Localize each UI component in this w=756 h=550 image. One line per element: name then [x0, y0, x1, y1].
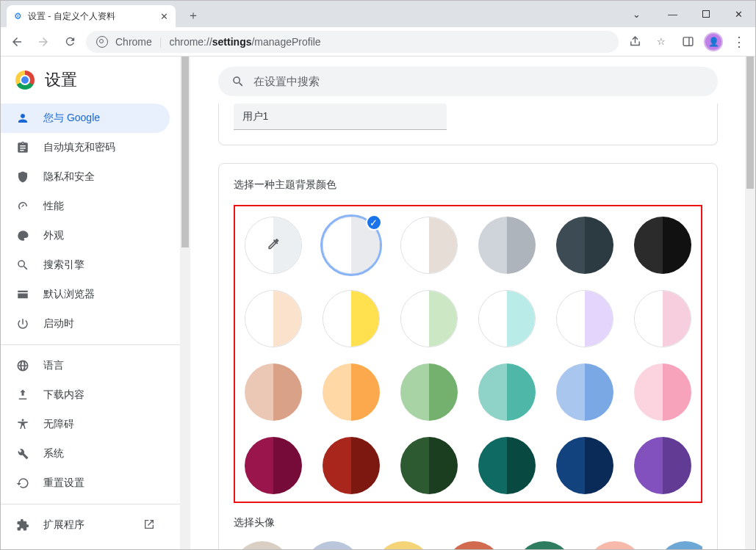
theme-swatch-forest[interactable] [400, 437, 458, 494]
eyedropper-icon [266, 237, 281, 254]
sidebar-scrollbar[interactable] [180, 57, 190, 549]
avatar-option-4[interactable] [516, 541, 573, 549]
theme-swatch-purple[interactable] [634, 437, 691, 494]
open-icon [143, 518, 155, 532]
menu-button[interactable]: ⋮ [729, 32, 749, 52]
theme-swatch-peach[interactable] [245, 290, 302, 347]
search-icon [15, 258, 30, 272]
theme-swatch-slate[interactable] [556, 217, 613, 274]
sidebar-item-performance[interactable]: 性能 [1, 192, 170, 221]
sidebar-item-downloads[interactable]: 下载内容 [1, 380, 170, 410]
main-content: 在设置中搜索 选择一种主题背景颜色 ✓ 选择头像 [190, 57, 745, 549]
profile-avatar-button[interactable]: 👤 [704, 32, 723, 51]
theme-section-label: 选择一种主题背景颜色 [234, 178, 702, 192]
sidebar-item-appearance[interactable]: 外观 [1, 221, 170, 250]
sidebar-item-label: 自动填充和密码 [43, 141, 115, 154]
tab-overflow-button[interactable]: ⌄ [620, 3, 653, 25]
url-text: chrome://settings/manageProfile [169, 36, 320, 48]
url-label: Chrome [115, 36, 152, 48]
close-window-button[interactable]: ✕ [722, 3, 755, 25]
toolbar: Chrome | chrome://settings/manageProfile… [1, 27, 755, 57]
sidebar-item-label: 启动时 [43, 317, 74, 330]
sidebar-item-autofill[interactable]: 自动填充和密码 [1, 133, 170, 162]
wrench-icon [15, 447, 30, 460]
sidebar-item-default[interactable]: 默认浏览器 [1, 280, 170, 309]
reload-button[interactable] [60, 32, 80, 52]
browser-tab[interactable]: ⚙ 设置 - 自定义个人资料 ✕ [7, 5, 176, 27]
sidebar-item-label: 您与 Google [43, 112, 100, 125]
sidebar-item-search[interactable]: 搜索引擎 [1, 250, 170, 280]
page-title: 设置 [45, 69, 77, 91]
settings-search[interactable]: 在设置中搜索 [218, 67, 718, 96]
search-icon [231, 75, 245, 88]
palette-icon [15, 229, 30, 242]
back-button[interactable] [7, 32, 27, 52]
new-tab-button[interactable]: ＋ [183, 5, 204, 26]
theme-swatch-black[interactable] [634, 217, 691, 274]
sidebar-item-languages[interactable]: 语言 [1, 351, 170, 380]
theme-swatch-warm-grey[interactable] [400, 217, 458, 274]
theme-swatch-red[interactable] [323, 437, 380, 494]
assignment-icon [15, 141, 30, 154]
sidebar-item-label: 默认浏览器 [43, 288, 95, 301]
share-icon[interactable] [624, 32, 645, 52]
sidebar-item-reset[interactable]: 重置设置 [1, 468, 170, 498]
sidebar-item-label: 重置设置 [43, 477, 84, 490]
theme-swatch-pink[interactable] [634, 290, 691, 347]
theme-swatch-deep-teal[interactable] [478, 437, 536, 494]
minimize-button[interactable]: — [656, 3, 689, 25]
power-icon [15, 317, 30, 330]
avatar-option-6[interactable] [657, 541, 702, 549]
sidebar-item-label: 性能 [43, 200, 64, 213]
theme-swatch-custom[interactable] [245, 217, 302, 274]
search-placeholder: 在设置中搜索 [253, 75, 320, 89]
forward-button[interactable] [33, 32, 54, 52]
sidebar-item-label: 隐私和安全 [43, 170, 95, 184]
sidebar: 设置 您与 Google自动填充和密码隐私和安全性能外观搜索引擎默认浏览器启动时… [1, 57, 180, 549]
theme-swatch-yellow[interactable] [323, 290, 380, 347]
settings-header: 设置 [1, 57, 180, 104]
theme-swatch-terracotta[interactable] [245, 363, 302, 421]
theme-swatch-navy[interactable] [556, 437, 613, 494]
theme-swatch-rose[interactable] [634, 363, 691, 421]
person-icon [15, 112, 30, 125]
browser-icon [15, 288, 30, 301]
sidebar-item-system[interactable]: 系统 [1, 439, 170, 468]
side-panel-icon[interactable] [677, 32, 698, 52]
sidebar-item-label: 外观 [43, 229, 64, 242]
theme-swatch-blue[interactable] [556, 363, 613, 421]
sidebar-item-startup[interactable]: 启动时 [1, 309, 170, 339]
sidebar-item-label: 扩展程序 [43, 518, 84, 532]
avatar-option-2[interactable] [375, 541, 432, 549]
sidebar-item-accessibility[interactable]: 无障碍 [1, 410, 170, 439]
theme-swatch-wine[interactable] [245, 437, 302, 494]
avatar-option-5[interactable] [586, 541, 644, 549]
restore-icon [15, 477, 30, 490]
theme-swatch-cool-grey[interactable] [478, 217, 536, 274]
sidebar-item-privacy[interactable]: 隐私和安全 [1, 162, 170, 192]
theme-swatch-green[interactable] [400, 363, 458, 421]
profile-name-input[interactable] [234, 104, 447, 130]
download-icon [15, 388, 30, 402]
address-bar[interactable]: Chrome | chrome://settings/manageProfile [86, 31, 619, 53]
avatar-option-0[interactable] [234, 541, 291, 549]
bookmark-icon[interactable]: ☆ [651, 32, 672, 52]
maximize-button[interactable] [689, 3, 722, 25]
sidebar-item-you-and-google[interactable]: 您与 Google [1, 104, 170, 133]
svg-rect-0 [683, 37, 693, 46]
theme-swatch-cyan[interactable] [478, 290, 536, 347]
theme-swatch-orange[interactable] [323, 363, 380, 421]
theme-swatch-lilac[interactable] [556, 290, 613, 347]
theme-color-grid: ✓ [242, 217, 694, 494]
sidebar-item-extensions[interactable]: 扩展程序 [1, 510, 170, 540]
theme-swatch-mint[interactable] [400, 290, 458, 347]
sidebar-item-label: 语言 [43, 359, 64, 372]
close-tab-icon[interactable]: ✕ [160, 11, 168, 22]
main-scrollbar[interactable] [745, 57, 755, 549]
highlight-box: ✓ [234, 205, 702, 503]
theme-swatch-teal[interactable] [478, 363, 536, 421]
gear-icon: ⚙ [14, 11, 22, 21]
avatar-option-3[interactable] [445, 541, 503, 549]
avatar-option-1[interactable] [304, 541, 361, 549]
globe-icon [15, 359, 30, 372]
